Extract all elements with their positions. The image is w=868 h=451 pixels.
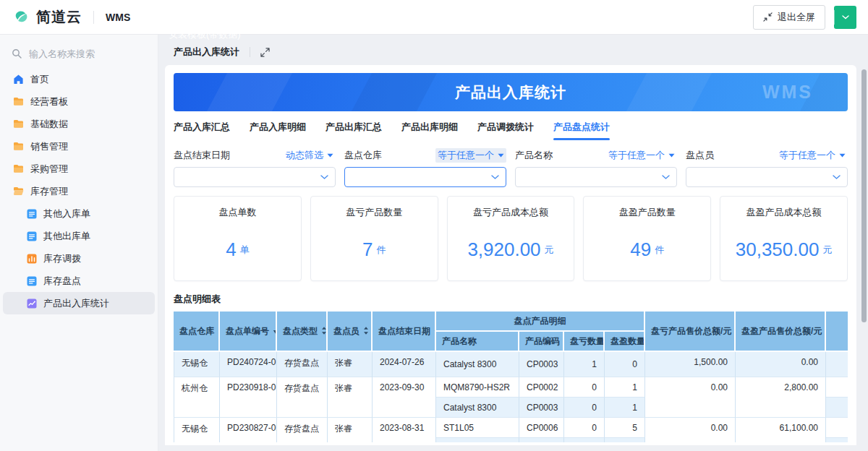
caret-down-icon [327,153,333,158]
cell-loss-qty: 0 [564,377,605,398]
home-icon [13,74,24,85]
cell-loss-total: 0.00 [645,377,736,418]
filter-operator-dropdown[interactable]: 等于任意一个 [777,148,848,163]
stat-value-wrap: 30,350.00元 [736,219,833,280]
cell-clipped [826,438,848,442]
install-dropdown-button[interactable] [835,6,856,29]
sidebar-item-purchase[interactable]: 采购管理 [3,158,155,180]
cell-clipped [826,398,848,418]
stocktake-detail-table: 盘点仓库盘点单编号盘点类型盘点员盘点结束日期盘点产品明细盘亏产品售价总额/元盘盈… [174,312,848,442]
cell-product-code: CP0002 [519,377,564,398]
filter-select[interactable] [344,167,506,187]
filter-select[interactable] [515,167,677,187]
stat-value-wrap: 49件 [630,219,664,280]
cell-gain-qty: 5 [605,438,645,442]
filter-operator-dropdown[interactable]: 动态筛选 [284,148,336,163]
cell-product-code: CP0006 [519,418,564,438]
workspace-tabbar: 产品出入库统计 [158,35,868,65]
tab-产品入库明细[interactable]: 产品入库明细 [250,121,306,140]
main-area: 产品出入库统计 产品出入库统计 WMS 产品入库汇总产品入库明细产品出库汇总产品… [158,35,868,451]
column-header-盘点仓库[interactable]: 盘点仓库 [174,312,220,352]
sidebar-item-base-data[interactable]: 基础数据 [3,113,155,135]
tab-产品盘点统计[interactable]: 产品盘点统计 [553,121,610,140]
expand-icon[interactable] [260,48,270,57]
sidebar-item-label: 产品出入库统计 [43,297,109,310]
tab-产品调拨统计[interactable]: 产品调拨统计 [477,121,534,140]
stat-label: 盘盈产品成本总额 [746,206,822,219]
sidebar-item-other-inbound[interactable]: 其他入库单 [3,202,155,225]
cell-gain-total: 0.00 [736,352,826,377]
stat-label: 盘亏产品成本总额 [473,206,548,219]
cell-gain-qty: 5 [605,418,645,438]
cell-loss-total: 1,500.00 [645,352,736,377]
cell-warehouse: 无锡仓 [174,352,220,377]
vertical-scrollbar-thumb[interactable] [861,69,867,322]
stat-label: 盘盈产品数量 [619,206,676,219]
filter-select[interactable] [174,167,336,187]
column-header-盘点单编号[interactable]: 盘点单编号 [220,312,277,352]
stat-unit: 元 [545,244,554,257]
stat-unit: 元 [822,244,832,257]
column-header-盘点类型[interactable]: 盘点类型 [277,312,328,352]
filter-operator-label: 等于任意一个 [438,149,494,162]
tabbar-divider [250,47,250,57]
sidebar-item-label: 采购管理 [30,163,68,176]
sidebar-item-home[interactable]: 首页 [3,68,155,90]
filter-select[interactable] [686,167,848,187]
banner-watermark: WMS [762,82,813,103]
cell-type: 存货盘点 [277,377,328,418]
tab-产品出库汇总[interactable]: 产品出库汇总 [326,121,382,140]
top-bar: 简道云 WMS 退出全屏 安装模板(带数据) [0,0,868,35]
cell-loss-qty: 1 [564,352,605,377]
filter-盘点员: 盘点员等于任意一个 [686,148,848,187]
filter-operator-dropdown[interactable]: 等于任意一个 [435,148,506,163]
install-template-button[interactable]: 安装模板(带数据) [834,6,856,29]
banner-decoration [344,73,444,111]
sidebar-item-dashboard[interactable]: 经营看板 [3,90,155,113]
cell-product-code: CP0005 [519,438,564,442]
stat-value-wrap: 3,920.00元 [467,219,553,280]
filter-head: 盘点员等于任意一个 [686,148,848,163]
sidebar-search[interactable] [12,45,146,62]
cell-order-no: PD240724-01 [220,352,277,377]
sidebar-item-sales[interactable]: 销售管理 [3,135,155,158]
cell-person: 张睿 [328,418,373,442]
tab-产品出库明细[interactable]: 产品出库明细 [401,121,458,140]
filter-operator-label: 等于任意一个 [608,149,665,162]
search-icon [12,48,22,59]
stat-unit: 单 [240,244,250,257]
sidebar-item-stock-transfer[interactable]: 库存调拨 [3,247,155,270]
column-header-盘亏产品售价总额/元[interactable]: 盘亏产品售价总额/元 [645,312,736,352]
select-chevron-icon [320,175,328,180]
cell-order-no: PD230918-01 [220,377,277,418]
cell-product-name: MQM8790-HS2R [436,377,519,398]
cell-end-date: 2023-09-30 [373,377,436,418]
stat-unit: 件 [376,244,386,257]
column-header-clipped [826,312,848,352]
table-row: 杭州仓PD230918-01存货盘点张睿2023-09-30MQM8790-HS… [174,377,848,398]
filter-operator-dropdown[interactable]: 等于任意一个 [606,148,677,163]
column-header-盘点结束日期[interactable]: 盘点结束日期 [373,312,436,352]
tab-产品入库汇总[interactable]: 产品入库汇总 [174,121,230,140]
cell-type: 存货盘点 [277,418,328,442]
chart-orange-icon [27,254,37,264]
cell-end-date: 2023-08-31 [373,418,436,442]
sidebar-item-label: 其他出库单 [43,230,90,243]
caret-down-icon [839,153,846,158]
column-header-盘点员[interactable]: 盘点员 [328,312,373,352]
sidebar-item-other-outbound[interactable]: 其他出库单 [3,225,155,247]
sidebar-item-stock-take[interactable]: 库存盘点 [3,270,155,292]
exit-fullscreen-button[interactable]: 退出全屏 [753,5,825,30]
search-input[interactable] [27,48,139,60]
cell-product-name: ST1L05 [436,418,519,438]
sidebar-item-product-io-stats[interactable]: 产品出入库统计 [3,292,155,314]
exit-fullscreen-icon [763,12,773,22]
column-header-产品名称: 产品名称 [436,332,519,352]
filter-盘点仓库: 盘点仓库等于任意一个 [344,148,506,187]
sidebar-item-inventory[interactable]: 库存管理 [3,180,155,202]
exit-fullscreen-label: 退出全屏 [778,11,815,24]
column-header-盘盈产品售价总额/元[interactable]: 盘盈产品售价总额/元 [736,312,826,352]
sidebar-item-label: 库存管理 [30,185,68,198]
cell-order-no: PD230827-02 [220,418,277,442]
sidebar: 首页经营看板基础数据销售管理采购管理库存管理其他入库单其他出库单库存调拨库存盘点… [0,35,158,451]
